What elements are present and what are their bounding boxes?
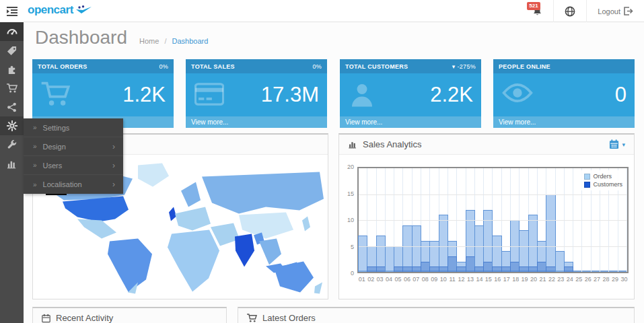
recent-activity-header: Recent Activity — [33, 308, 226, 323]
bar-chart-icon — [348, 140, 357, 149]
view-more-link[interactable]: View more... — [493, 116, 635, 128]
breadcrumb-home-link[interactable]: Home — [139, 37, 159, 45]
sidebar-item-system[interactable] — [0, 116, 24, 135]
bar-chart-icon — [7, 159, 17, 169]
chart-x-tick-label: 27 — [592, 276, 601, 283]
gear-icon — [7, 120, 17, 131]
wrench-icon — [7, 140, 17, 150]
chart-x-tick-label: 12 — [457, 276, 466, 283]
tile-header: TOTAL CUSTOMERS ▾ -275% — [340, 59, 481, 73]
chart-x-tick-label: 02 — [366, 276, 375, 283]
chart-x-tick-label: 17 — [502, 276, 511, 283]
date-range-button[interactable]: ▾ — [609, 139, 625, 149]
customers-bar — [394, 266, 403, 272]
latest-orders-header: Latest Orders — [238, 308, 634, 323]
orders-bar — [555, 251, 565, 272]
tile-title: PEOPLE ONLINE — [499, 63, 550, 70]
tag-icon — [7, 46, 17, 56]
chart-x-tick-label: 11 — [448, 276, 456, 283]
user-icon — [349, 81, 375, 108]
calendar-icon — [609, 139, 619, 149]
chart-y-tick-label: 15 — [339, 190, 354, 197]
customers-bar — [421, 262, 430, 272]
logout-label: Logout — [598, 7, 620, 15]
chart-x-tick-label: 16 — [493, 276, 502, 283]
sidebar-item-dashboard[interactable] — [0, 22, 24, 41]
tile-header: TOTAL ORDERS 0% — [32, 59, 174, 73]
tile-total-orders: TOTAL ORDERS 0% 1.2K View more... — [32, 59, 174, 128]
customers-bar — [528, 266, 538, 272]
globe-icon — [565, 6, 575, 17]
view-more-link[interactable]: View more... — [340, 116, 481, 128]
customers-bar — [448, 256, 457, 272]
orders-bar — [519, 230, 528, 272]
flyout-item-label: Settings — [43, 124, 70, 132]
opencart-logo[interactable]: opencart — [28, 3, 92, 17]
chart-x-tick-label: 10 — [439, 276, 448, 283]
language-button[interactable] — [553, 0, 586, 22]
header-actions: 521 Logout — [522, 0, 644, 22]
flyout-item-design[interactable]: » Design › — [24, 137, 123, 156]
customers-bar — [376, 266, 386, 272]
speedometer-icon — [7, 26, 17, 37]
chart-x-tick-label: 18 — [511, 276, 520, 283]
tile-title: TOTAL ORDERS — [38, 63, 87, 70]
sidebar-item-catalog[interactable] — [0, 41, 24, 60]
logo-text: opencart — [28, 3, 73, 17]
flyout-item-users[interactable]: » Users › — [24, 156, 123, 175]
logout-icon — [624, 7, 633, 15]
chart-legend: OrdersCustomers — [581, 170, 625, 190]
tile-value: 0 — [615, 83, 635, 107]
chart-x-tick-label: 20 — [529, 276, 538, 283]
share-icon — [7, 102, 17, 112]
sidebar-item-reports[interactable] — [0, 154, 24, 173]
flyout-item-label: Localisation — [43, 180, 82, 188]
flyout-item-label: Users — [43, 162, 63, 170]
chart-y-tick-label: 5 — [339, 244, 354, 250]
tile-people-online: PEOPLE ONLINE 0 View more... — [493, 59, 635, 128]
customers-bar — [510, 262, 520, 272]
tile-value: 2.2K — [430, 83, 481, 107]
orders-bar — [412, 225, 421, 272]
chart-x-tick-label: 26 — [583, 276, 592, 283]
flyout-item-settings[interactable]: » Settings — [24, 118, 123, 137]
orders-bar — [385, 246, 394, 273]
chart-x-tick-label: 28 — [602, 276, 610, 283]
logout-button[interactable]: Logout — [586, 0, 644, 22]
opencart-cart-icon — [76, 5, 92, 15]
customers-bar — [367, 266, 376, 272]
left-sidebar — [0, 22, 24, 323]
tile-body: 0 — [493, 73, 635, 116]
chart-x-tick-label: 23 — [557, 276, 565, 283]
sidebar-toggle-button[interactable] — [0, 0, 24, 22]
breadcrumb-current-link[interactable]: Dashboard — [172, 37, 209, 45]
tile-change-down: ▾ -275% — [452, 63, 476, 70]
latest-orders-panel: Latest Orders — [238, 307, 635, 323]
chart-x-tick-label: 25 — [575, 276, 583, 283]
customers-bar — [483, 262, 493, 272]
sidebar-item-tools[interactable] — [0, 135, 24, 154]
sidebar-item-sales[interactable] — [0, 79, 24, 98]
sidebar-item-extensions[interactable] — [0, 60, 24, 79]
customers-bar — [466, 256, 475, 272]
notification-badge: 521 — [527, 2, 540, 10]
notifications-button[interactable]: 521 — [522, 0, 553, 22]
chart-x-tick-label: 19 — [520, 276, 529, 283]
chevron-right-icon: › — [112, 142, 115, 151]
sidebar-item-marketing[interactable] — [0, 98, 24, 116]
chart-gridline — [359, 246, 627, 247]
tile-value: 17.3M — [261, 83, 327, 107]
flyout-item-localisation[interactable]: » Localisation › — [24, 175, 123, 194]
tile-total-sales: TOTAL SALES 0% 17.3M View more... — [186, 59, 327, 128]
orders-bar — [439, 215, 448, 272]
customers-bar — [429, 266, 439, 272]
tile-total-customers: TOTAL CUSTOMERS ▾ -275% 2.2K View more..… — [340, 59, 481, 128]
cart-icon — [247, 314, 257, 323]
credit-card-icon — [194, 81, 224, 107]
view-more-link[interactable]: View more... — [186, 116, 327, 128]
tile-change: 0% — [159, 63, 168, 70]
sales-panel-header: Sales Analytics ▾ — [339, 135, 634, 155]
legend-entry: Customers — [584, 181, 622, 188]
customers-bar — [537, 262, 546, 272]
chevron-right-icon: › — [112, 161, 115, 170]
